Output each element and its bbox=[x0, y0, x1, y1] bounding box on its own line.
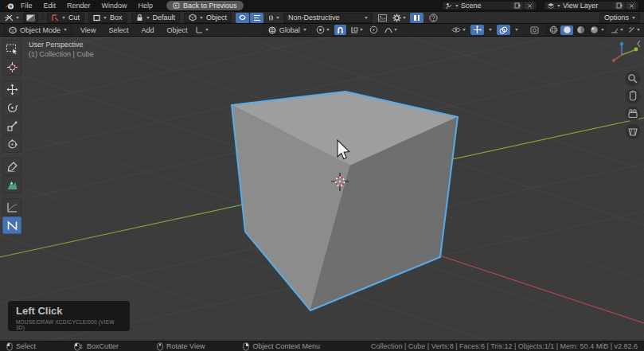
scene-canvas bbox=[0, 37, 644, 341]
zoom-view-icon[interactable] bbox=[626, 72, 641, 87]
show-overlays-toggle[interactable] bbox=[497, 25, 510, 35]
pivot-point-icon bbox=[316, 25, 325, 34]
view-layer-icon bbox=[547, 2, 555, 10]
tool-cursor[interactable] bbox=[2, 58, 21, 76]
keymap-context-menu-label: Object Context Menu bbox=[252, 342, 320, 350]
sidebar-collapse-arrow[interactable] bbox=[638, 41, 640, 47]
keymap-rotate-view: Rotate View bbox=[157, 342, 205, 351]
snap-toggle[interactable] bbox=[334, 25, 346, 35]
viewport-info: User Perspective (1) Collection | Cube bbox=[29, 40, 94, 59]
proportional-falloff-dropdown[interactable] bbox=[384, 25, 397, 35]
cube-object[interactable] bbox=[232, 92, 458, 310]
menu-window[interactable]: Window bbox=[96, 2, 133, 10]
menu-help[interactable]: Help bbox=[133, 2, 159, 10]
sync-toggle[interactable] bbox=[236, 13, 249, 23]
camera-view-icon[interactable] bbox=[626, 107, 641, 122]
pause-icon bbox=[414, 15, 420, 21]
new-view-layer-button[interactable] bbox=[615, 2, 624, 10]
new-scene-icon bbox=[514, 2, 521, 9]
boxcutter-behavior-dropdown[interactable]: Non-Destructive bbox=[283, 13, 373, 23]
tool-annotate[interactable] bbox=[2, 158, 21, 175]
viewport-shading-group bbox=[545, 25, 606, 36]
menu-add[interactable]: Add bbox=[137, 26, 158, 34]
addon-helper-dropdown-2[interactable] bbox=[628, 25, 640, 35]
pivot-point-dropdown[interactable] bbox=[316, 25, 330, 35]
help-button[interactable] bbox=[427, 13, 439, 23]
tool-display-toggle[interactable] bbox=[23, 13, 38, 23]
overlays-dropdown-caret[interactable] bbox=[515, 29, 518, 31]
remove-view-layer-button[interactable] bbox=[626, 2, 636, 10]
menu-object[interactable]: Object bbox=[162, 26, 191, 34]
shading-wireframe-button[interactable] bbox=[547, 25, 560, 35]
tool-move[interactable] bbox=[2, 80, 21, 98]
falloff-curve-icon bbox=[384, 26, 392, 33]
tool-select-box[interactable] bbox=[2, 40, 21, 57]
menu-file[interactable]: File bbox=[15, 2, 38, 10]
tool-transform[interactable] bbox=[2, 135, 21, 153]
back-to-previous-button[interactable]: Back to Previous bbox=[166, 1, 244, 10]
shading-rendered-button[interactable] bbox=[587, 25, 600, 35]
tool-scale[interactable] bbox=[2, 117, 21, 135]
view-layer-selector[interactable]: View Layer bbox=[544, 1, 639, 10]
unlink-scene-button[interactable] bbox=[525, 2, 534, 10]
tool-settings-bar: Cut Box Default Object bbox=[0, 11, 644, 23]
sort-modifiers-toggle[interactable] bbox=[250, 13, 263, 23]
options-dropdown[interactable]: Options bbox=[599, 13, 640, 23]
snap-target-dropdown[interactable] bbox=[351, 25, 363, 35]
boxcutter-operation-dropdown[interactable]: Default bbox=[131, 13, 181, 23]
shading-dropdown-caret[interactable] bbox=[601, 29, 604, 31]
orientation-dropdown[interactable]: Global bbox=[263, 25, 311, 35]
rotate-icon bbox=[6, 102, 18, 114]
boxcutter-mode-dropdown[interactable]: Cut bbox=[47, 13, 84, 23]
perspective-toggle-icon[interactable] bbox=[626, 124, 641, 139]
back-icon bbox=[173, 2, 180, 9]
addon-helper-dropdown-1[interactable] bbox=[611, 25, 623, 35]
boxcutter-surface-dropdown[interactable]: Object bbox=[184, 13, 232, 23]
menu-view[interactable]: View bbox=[76, 26, 100, 34]
view-layer-name: View Layer bbox=[563, 2, 612, 10]
keymap-rotate-view-label: Rotate View bbox=[166, 342, 205, 350]
boxcutter-behavior-label: Non-Destructive bbox=[288, 14, 340, 21]
xray-toggle[interactable] bbox=[529, 25, 541, 35]
menu-edit[interactable]: Edit bbox=[38, 2, 62, 10]
menu-select[interactable]: Select bbox=[104, 26, 132, 34]
keymap-boxcutter: BoxCutter bbox=[74, 342, 119, 351]
new-scene-button[interactable] bbox=[513, 2, 522, 10]
menu-render[interactable]: Render bbox=[61, 2, 96, 10]
object-type-visibility-dropdown[interactable] bbox=[451, 25, 466, 35]
gizmo-dropdown-caret[interactable] bbox=[489, 29, 492, 31]
display-snapshot-button[interactable] bbox=[377, 13, 388, 23]
object-mode-icon bbox=[9, 26, 17, 34]
tool-rotate[interactable] bbox=[2, 99, 21, 116]
keymap-select-label: Select bbox=[16, 342, 36, 350]
viewport-3d[interactable]: User Perspective (1) Collection | Cube L… bbox=[0, 36, 644, 341]
blender-logo-icon[interactable] bbox=[5, 2, 15, 10]
viewport-header: Object Mode View Select Add Object Globa… bbox=[0, 23, 644, 36]
pan-view-icon[interactable] bbox=[626, 89, 641, 104]
orientation-label: Global bbox=[279, 26, 300, 34]
cut-mode-icon bbox=[52, 14, 59, 21]
show-gizmo-toggle[interactable] bbox=[470, 25, 484, 35]
view-layer-browse-caret bbox=[557, 5, 560, 7]
behavior-settings-dropdown[interactable] bbox=[392, 13, 406, 23]
gizmo-icon bbox=[473, 25, 482, 34]
boxcutter-shape-label: Box bbox=[110, 14, 123, 21]
pause-tool-toggle[interactable] bbox=[410, 13, 423, 23]
view-name-label: User Perspective bbox=[29, 40, 94, 49]
object-surface-icon bbox=[189, 14, 197, 21]
scene-selector[interactable]: Scene bbox=[442, 1, 537, 10]
shading-solid-button[interactable] bbox=[560, 25, 573, 35]
mode-selector[interactable]: Object Mode bbox=[4, 25, 72, 35]
boxcutter-shape-dropdown[interactable]: Box bbox=[88, 13, 127, 23]
scene-stats: Collection | Cube | Verts:8 | Faces:6 | … bbox=[371, 342, 638, 350]
pivot-settings-dropdown[interactable] bbox=[267, 13, 279, 23]
tool-measure[interactable] bbox=[2, 198, 21, 216]
scene-browse-caret bbox=[455, 5, 459, 7]
tool-hardops[interactable] bbox=[2, 176, 21, 193]
tool-boxcutter[interactable] bbox=[2, 216, 21, 234]
active-tool-dropdown[interactable] bbox=[4, 13, 19, 23]
proportional-editing-toggle[interactable] bbox=[368, 25, 380, 35]
transform-gizmo-dropdown[interactable] bbox=[196, 25, 209, 35]
proportional-editing-icon bbox=[369, 25, 378, 34]
shading-material-button[interactable] bbox=[574, 25, 587, 35]
